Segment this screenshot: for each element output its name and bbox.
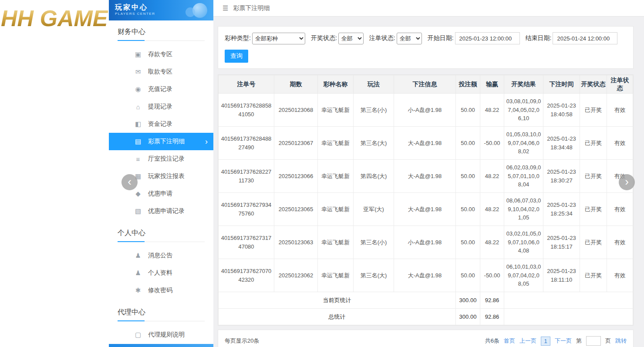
start-date-input[interactable] — [455, 32, 520, 44]
search-button[interactable]: 查询 — [225, 50, 248, 63]
gamepad-art-icon — [182, 1, 211, 20]
sidebar-item-cashout-records[interactable]: ⌂ 提现记录 — [109, 98, 213, 115]
cell-order-no: 401569173762793475760 — [219, 193, 274, 226]
sidebar-item-promo-apply-records[interactable]: ▧ 优惠申请记录 — [109, 202, 213, 220]
topbar: ☰ 彩票下注明细 — [213, 0, 644, 17]
sidebar-item-recharge-records[interactable]: ◉ 充值记录 — [109, 81, 213, 98]
finance-menu: ▣ 存款专区 ✉ 取款专区 ◉ 充值记录 ⌂ 提现记录 ◧ 资金记录 ▤ 彩票下… — [109, 41, 213, 222]
carousel-left-arrow[interactable]: ‹ — [121, 174, 138, 190]
total-summary-row: 总统计 300.00 92.86 — [219, 309, 633, 325]
start-date-group: 开始日期: — [428, 32, 520, 44]
sidebar-bottom-strip — [109, 344, 213, 347]
sidebar-item-deposit[interactable]: ▣ 存款专区 — [109, 46, 213, 63]
cell-draw-result: 06,02,03,09,05,07,01,10,08,04 — [504, 160, 543, 193]
section-title-personal: 个人中心 — [118, 229, 205, 242]
draw-status-label: 开奖状态: — [311, 34, 337, 42]
pager: 共6条 首页 上一页 1 下一页 第 页 跳转 — [485, 336, 627, 346]
cell-bet-amount: 50.00 — [456, 127, 480, 160]
cell-bet-time: 2025-01-23 18:11:10 — [543, 259, 580, 292]
cell-win-loss: 48.22 — [480, 160, 504, 193]
cell-issue: 20250123063 — [274, 226, 318, 259]
agent-menu: ▢ 代理规则说明 ▥ 代理团队统计 — [109, 321, 213, 347]
cell-draw-status: 已开奖 — [580, 226, 607, 259]
message-icon: ♟ — [134, 252, 142, 259]
logo-zone: HH GAME — [0, 0, 109, 347]
chevron-left-icon: ‹ — [128, 176, 131, 187]
jump-page-input[interactable] — [586, 336, 601, 346]
first-page-link[interactable]: 首页 — [504, 337, 515, 345]
prev-page-link[interactable]: 上一页 — [519, 337, 536, 345]
page-summary-empty — [504, 292, 633, 309]
table-row: 401569173762793475760 20250123065 幸运飞艇新 … — [219, 193, 633, 226]
cell-play: 第三名(小) — [354, 94, 394, 127]
promo-apply-icon: ◆ — [134, 190, 142, 198]
chevron-right-icon: › — [625, 176, 629, 187]
cell-bet-time: 2025-01-23 18:40:58 — [543, 94, 580, 127]
lottery-type-select[interactable]: 全部彩种 — [252, 33, 305, 44]
col-draw-status: 开奖状态 — [580, 75, 607, 94]
cell-order-no: 401569173762822711730 — [219, 160, 274, 193]
sidebar-item-label: 提现记录 — [148, 103, 172, 111]
sidebar-item-label: 充值记录 — [148, 85, 172, 93]
sidebar-item-label: 取款专区 — [148, 68, 172, 76]
table-row: 401569173762822711730 20250123066 幸运飞艇新 … — [219, 160, 633, 193]
cell-order-status: 有效 — [607, 226, 633, 259]
cell-win-loss: -50.00 — [480, 259, 504, 292]
section-title-finance: 财务中心 — [118, 27, 205, 41]
cell-bet-info: 大-A盘@1.98 — [394, 127, 456, 160]
sidebar-item-label: 玩家投注报表 — [148, 172, 185, 180]
total-summary-label: 总统计 — [219, 309, 456, 325]
filter-row: 彩种类型: 全部彩种 开奖状态: 全部 注单状态: 全部 — [225, 32, 627, 44]
sidebar-item-agent-rules[interactable]: ▢ 代理规则说明 — [109, 326, 213, 344]
main-content: ☰ 彩票下注明细 彩种类型: 全部彩种 开奖状态: 全部 — [213, 0, 644, 347]
cell-order-status: 有效 — [607, 259, 633, 292]
cell-bet-time: 2025-01-23 18:15:17 — [543, 226, 580, 259]
cell-order-status: 有效 — [607, 127, 633, 160]
sidebar-item-messages[interactable]: ♟ 消息公告 — [109, 247, 213, 264]
next-page-link[interactable]: 下一页 — [555, 337, 572, 345]
end-date-input[interactable] — [553, 32, 617, 44]
withdraw-icon: ✉ — [134, 68, 142, 76]
cell-bet-amount: 50.00 — [456, 193, 480, 226]
cell-issue: 20250123066 — [274, 160, 318, 193]
cell-bet-time: 2025-01-23 18:25:34 — [543, 193, 580, 226]
col-bet-info: 下注信息 — [394, 75, 456, 94]
cell-bet-amount: 50.00 — [456, 94, 480, 127]
cell-issue: 20250123062 — [274, 259, 318, 292]
funds-icon: ◧ — [134, 120, 142, 128]
lottery-type-label: 彩种类型: — [225, 34, 251, 42]
lottery-type-group: 彩种类型: 全部彩种 — [225, 33, 305, 44]
sidebar-item-withdraw[interactable]: ✉ 取款专区 — [109, 63, 213, 81]
jump-button[interactable]: 跳转 — [615, 337, 627, 345]
cell-bet-amount: 50.00 — [456, 259, 480, 292]
sidebar-item-profile[interactable]: ♟ 个人资料 — [109, 264, 213, 282]
cell-draw-result: 08,06,07,03,09,10,04,02,01,05 — [504, 193, 543, 226]
cell-lottery-name: 幸运飞艇新 — [318, 193, 354, 226]
table-row: 401569173762731747080 20250123063 幸运飞艇新 … — [219, 226, 633, 259]
sidebar-item-fund-records[interactable]: ◧ 资金记录 — [109, 115, 213, 133]
col-bet-amount: 投注额 — [456, 75, 480, 94]
sidebar-item-label: 消息公告 — [148, 252, 172, 259]
sidebar-item-hall-bet-records[interactable]: ≡ 厅室投注记录 — [109, 150, 213, 168]
draw-status-select[interactable]: 全部 — [338, 33, 364, 44]
app-root: HH GAME 玩家中心 PLAYERS CENTER 财务中心 ▣ 存款专区 … — [0, 0, 644, 347]
sidebar-item-change-password[interactable]: ✱ 修改密码 — [109, 282, 213, 299]
hamburger-menu-icon[interactable]: ☰ — [223, 4, 228, 12]
col-win-loss: 输赢 — [480, 75, 504, 94]
cell-bet-time: 2025-01-23 18:34:48 — [543, 127, 580, 160]
carousel-right-arrow[interactable]: › — [619, 174, 635, 190]
col-order-no: 注单号 — [219, 75, 274, 94]
draw-status-group: 开奖状态: 全部 — [311, 33, 364, 44]
order-status-select[interactable]: 全部 — [397, 33, 422, 44]
sidebar-item-lottery-bet-detail[interactable]: ▤ 彩票下注明细 › — [109, 133, 213, 150]
sidebar-item-label: 个人资料 — [148, 269, 172, 277]
cell-lottery-name: 幸运飞艇新 — [318, 94, 354, 127]
total-count-text: 共6条 — [485, 337, 499, 345]
cell-order-status: 有效 — [607, 94, 633, 127]
order-status-label: 注单状态: — [369, 34, 395, 42]
sidebar-item-label: 彩票下注明细 — [148, 138, 185, 145]
promo-record-icon: ▧ — [134, 207, 142, 215]
page-title: 彩票下注明细 — [233, 4, 270, 12]
current-page-badge[interactable]: 1 — [541, 337, 550, 346]
chevron-right-icon: › — [205, 138, 208, 145]
